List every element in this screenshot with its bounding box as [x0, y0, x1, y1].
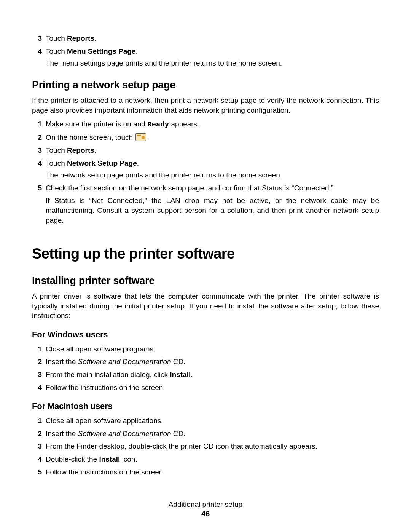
list-item: 2 Insert the Software and Documentation … — [32, 429, 379, 439]
list-number: 3 — [32, 145, 46, 155]
bold-text: Install — [99, 455, 120, 463]
list-number: 4 — [32, 46, 46, 68]
list-number: 1 — [32, 344, 46, 354]
mono-text: Ready — [147, 120, 169, 129]
list-number: 5 — [32, 183, 46, 229]
list-body: From the Finder desktop, double-click th… — [46, 441, 379, 451]
text: CD. — [171, 358, 186, 366]
list-body: Double-click the Install icon. — [46, 454, 379, 464]
list-body: Touch Menu Settings Page. The menu setti… — [46, 46, 379, 68]
list-body: Touch Network Setup Page. The network se… — [46, 158, 379, 180]
text: icon. — [120, 455, 137, 463]
heading-printing-network-setup: Printing a network setup page — [32, 78, 379, 92]
list-item: 4 Follow the instructions on the screen. — [32, 383, 379, 393]
list-item: 1 Make sure the printer is on and Ready … — [32, 119, 379, 130]
list-body: Follow the instructions on the screen. — [46, 383, 379, 393]
footer-title: Additional printer setup — [0, 500, 411, 509]
text: CD. — [171, 430, 186, 438]
text: From the main installation dialog, click — [46, 371, 170, 379]
text: Check the first section on the network s… — [46, 184, 333, 192]
list-number: 4 — [32, 383, 46, 393]
list-body: From the main installation dialog, click… — [46, 370, 379, 380]
list-body: Close all open software applications. — [46, 416, 379, 426]
italic-text: Software and Documentation — [78, 358, 171, 366]
list-body: Touch Reports. — [46, 145, 379, 155]
footer-page-number: 46 — [0, 510, 411, 518]
text: appears. — [169, 120, 199, 128]
bold-text: Reports — [67, 146, 94, 154]
bold-text: Reports — [67, 34, 94, 42]
list-body: Insert the Software and Documentation CD… — [46, 429, 379, 439]
list-item: 4 Double-click the Install icon. — [32, 454, 379, 464]
list-body: Touch Reports. — [46, 34, 379, 43]
list-number: 2 — [32, 429, 46, 439]
heading-for-windows-users: For Windows users — [32, 329, 379, 340]
list-number: 3 — [32, 370, 46, 380]
list-item: 4 Touch Menu Settings Page. The menu set… — [32, 46, 379, 68]
list-body: Insert the Software and Documentation CD… — [46, 357, 379, 367]
list-number: 2 — [32, 357, 46, 367]
bold-text: Install — [170, 371, 191, 379]
list-item: 1 Close all open software applications. — [32, 416, 379, 426]
list-body: Close all open software programs. — [46, 344, 379, 354]
page-footer: Additional printer setup 46 — [0, 500, 411, 518]
paragraph: A printer driver is software that lets t… — [32, 291, 379, 321]
text: Touch — [46, 146, 67, 154]
list-number: 4 — [32, 454, 46, 464]
text: Touch — [46, 47, 67, 55]
italic-text: Software and Documentation — [78, 430, 171, 438]
bold-text: Network Setup Page — [67, 159, 137, 167]
list-number: 3 — [32, 34, 46, 43]
list-item: 5 Follow the instructions on the screen. — [32, 467, 379, 477]
list-item: 3 From the Finder desktop, double-click … — [32, 441, 379, 451]
text: . — [191, 371, 193, 379]
heading-setting-up-printer-software: Setting up the printer software — [32, 244, 379, 264]
heading-for-macintosh-users: For Macintosh users — [32, 401, 379, 412]
text: Touch — [46, 34, 67, 42]
heading-installing-printer-software: Installing printer software — [32, 274, 379, 288]
sub-paragraph: The network setup page prints and the pr… — [46, 170, 379, 180]
list-item: 4 Touch Network Setup Page. The network … — [32, 158, 379, 180]
text: Insert the — [46, 358, 78, 366]
list-item: 3 Touch Reports. — [32, 34, 379, 43]
text: Touch — [46, 159, 67, 167]
sub-paragraph: If Status is “Not Connected,” the LAN dr… — [46, 196, 379, 225]
list-item: 1 Close all open software programs. — [32, 344, 379, 354]
text: . — [94, 146, 96, 154]
list-number: 3 — [32, 441, 46, 451]
list-item: 3 From the main installation dialog, cli… — [32, 370, 379, 380]
sub-paragraph: The menu settings page prints and the pr… — [46, 58, 379, 68]
list-body: On the home screen, touch . — [46, 133, 379, 142]
list-number: 4 — [32, 158, 46, 180]
paragraph: If the printer is attached to a network,… — [32, 96, 379, 115]
text: . — [147, 133, 149, 141]
list-number: 1 — [32, 119, 46, 130]
text: . — [94, 34, 96, 42]
list-number: 5 — [32, 467, 46, 477]
list-body: Check the first section on the network s… — [46, 183, 379, 229]
list-item: 2 Insert the Software and Documentation … — [32, 357, 379, 367]
text: Double-click the — [46, 455, 99, 463]
list-number: 2 — [32, 133, 46, 142]
text: . — [136, 47, 138, 55]
list-body: Make sure the printer is on and Ready ap… — [46, 119, 379, 130]
page-content: 3 Touch Reports. 4 Touch Menu Settings P… — [32, 34, 379, 477]
text: . — [137, 159, 139, 167]
list-item: 2 On the home screen, touch . — [32, 133, 379, 142]
bold-text: Menu Settings Page — [67, 47, 136, 55]
text: Make sure the printer is on and — [46, 120, 147, 128]
list-body: Follow the instructions on the screen. — [46, 467, 379, 477]
menu-icon — [135, 133, 146, 141]
document-page: 3 Touch Reports. 4 Touch Menu Settings P… — [0, 0, 411, 532]
list-item: 5 Check the first section on the network… — [32, 183, 379, 229]
text: Insert the — [46, 430, 78, 438]
list-item: 3 Touch Reports. — [32, 145, 379, 155]
text: On the home screen, touch — [46, 133, 135, 141]
list-number: 1 — [32, 416, 46, 426]
